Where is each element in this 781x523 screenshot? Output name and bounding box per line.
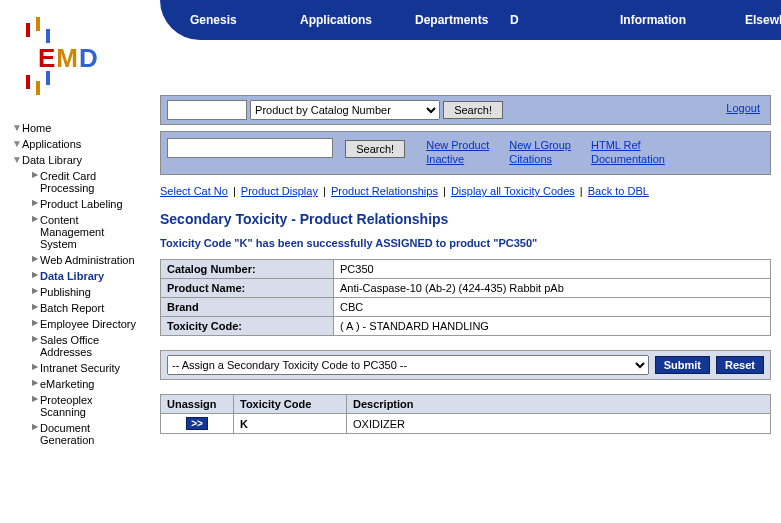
codes-header: Toxicity Code [234, 395, 347, 414]
quick-link[interactable]: New Product [426, 139, 489, 151]
page-title: Secondary Toxicity - Product Relationshi… [160, 211, 771, 227]
search-button-primary[interactable]: Search! [443, 101, 503, 119]
sidebar-item[interactable]: Data Library [22, 154, 82, 166]
nav-item[interactable]: Genesis [190, 0, 237, 40]
caret-down-icon: ▼ [12, 122, 22, 133]
breadcrumb: Select Cat No | Product Display | Produc… [160, 185, 771, 197]
sidebar-subitem[interactable]: Document Generation [40, 422, 94, 446]
detail-key: Product Name: [161, 279, 334, 298]
breadcrumb-link[interactable]: Product Display [241, 185, 318, 197]
logout-link[interactable]: Logout [726, 102, 760, 114]
logo: EMD [0, 0, 160, 110]
sidebar-subitem[interactable]: Sales Office Addresses [40, 334, 99, 358]
detail-value: ( A ) - STANDARD HANDLING [334, 317, 771, 336]
detail-key: Toxicity Code: [161, 317, 334, 336]
search-bar-secondary: Search! New ProductNew LGroupHTML RefIna… [160, 131, 771, 175]
sidebar-subitem[interactable]: Content Management System [40, 214, 104, 250]
submit-button[interactable]: Submit [655, 356, 710, 374]
confirm-message: Toxicity Code "K" has been successfully … [160, 237, 771, 249]
nav-item[interactable]: D [510, 0, 519, 40]
sidebar-subitem[interactable]: Data Library [40, 270, 104, 282]
quick-link[interactable]: Citations [509, 153, 552, 165]
unassign-button[interactable]: >> [186, 417, 208, 430]
search-type-select[interactable]: Product by Catalog Number [250, 100, 440, 120]
side-menu: ▼Home▼Applications▼Data Library▶Credit C… [0, 110, 160, 448]
quick-link[interactable]: New LGroup [509, 139, 571, 151]
nav-item[interactable]: Applications [300, 0, 372, 40]
codes-header: Unassign [161, 395, 234, 414]
product-detail-table: Catalog Number:PC350Product Name:Anti-Ca… [160, 259, 771, 336]
sidebar-subitem[interactable]: Publishing [40, 286, 91, 298]
toxicity-codes-table: UnassignToxicity CodeDescription>>KOXIDI… [160, 394, 771, 434]
sidebar-subitem[interactable]: Intranet Security [40, 362, 120, 374]
sidebar-subitem[interactable]: Employee Directory [40, 318, 136, 330]
sidebar-subitem[interactable]: Web Administration [40, 254, 135, 266]
detail-value: PC350 [334, 260, 771, 279]
breadcrumb-link[interactable]: Back to DBL [588, 185, 649, 197]
caret-right-icon: ▶ [32, 198, 40, 207]
caret-right-icon: ▶ [32, 286, 40, 295]
breadcrumb-link[interactable]: Select Cat No [160, 185, 228, 197]
detail-key: Brand [161, 298, 334, 317]
caret-right-icon: ▶ [32, 378, 40, 387]
detail-value: Anti-Caspase-10 (Ab-2) (424-435) Rabbit … [334, 279, 771, 298]
assign-toxicity-select[interactable]: -- Assign a Secondary Toxicity Code to P… [167, 355, 649, 375]
top-navbar: GenesisApplicationsDepartmentsDInformati… [160, 0, 781, 40]
caret-right-icon: ▶ [32, 254, 40, 263]
caret-down-icon: ▼ [12, 138, 22, 149]
search-input-primary[interactable] [167, 100, 247, 120]
breadcrumb-link[interactable]: Product Relationships [331, 185, 438, 197]
sidebar-subitem[interactable]: Proteoplex Scanning [40, 394, 93, 418]
detail-value: CBC [334, 298, 771, 317]
reset-button[interactable]: Reset [716, 356, 764, 374]
detail-key: Catalog Number: [161, 260, 334, 279]
sidebar-subitem[interactable]: Credit Card Processing [40, 170, 96, 194]
sidebar-subitem[interactable]: eMarketing [40, 378, 94, 390]
codes-header: Description [347, 395, 771, 414]
sidebar-subitem[interactable]: Batch Report [40, 302, 104, 314]
caret-right-icon: ▶ [32, 302, 40, 311]
caret-right-icon: ▶ [32, 214, 40, 223]
quick-link[interactable]: Inactive [426, 153, 464, 165]
breadcrumb-link[interactable]: Display all Toxicity Codes [451, 185, 575, 197]
quick-link[interactable]: HTML Ref [591, 139, 641, 151]
sidebar-subitem[interactable]: Product Labeling [40, 198, 123, 210]
toxicity-code-cell: K [234, 414, 347, 434]
sidebar-item[interactable]: Home [22, 122, 51, 134]
search-bar-primary: Product by Catalog Number Search! Logout [160, 95, 771, 125]
caret-right-icon: ▶ [32, 318, 40, 327]
quick-link[interactable]: Documentation [591, 153, 665, 165]
toxicity-desc-cell: OXIDIZER [347, 414, 771, 434]
caret-right-icon: ▶ [32, 334, 40, 343]
caret-down-icon: ▼ [12, 154, 22, 165]
search-input-secondary[interactable] [167, 138, 333, 158]
caret-right-icon: ▶ [32, 422, 40, 431]
caret-right-icon: ▶ [32, 362, 40, 371]
assign-toxicity-bar: -- Assign a Secondary Toxicity Code to P… [160, 350, 771, 380]
sidebar-item[interactable]: Applications [22, 138, 81, 150]
caret-right-icon: ▶ [32, 170, 40, 179]
nav-item[interactable]: Elsewhere... [745, 0, 781, 40]
nav-item[interactable]: Information [620, 0, 686, 40]
caret-right-icon: ▶ [32, 270, 40, 279]
nav-item[interactable]: Departments [415, 0, 488, 40]
caret-right-icon: ▶ [32, 394, 40, 403]
search-button-secondary[interactable]: Search! [345, 140, 405, 158]
